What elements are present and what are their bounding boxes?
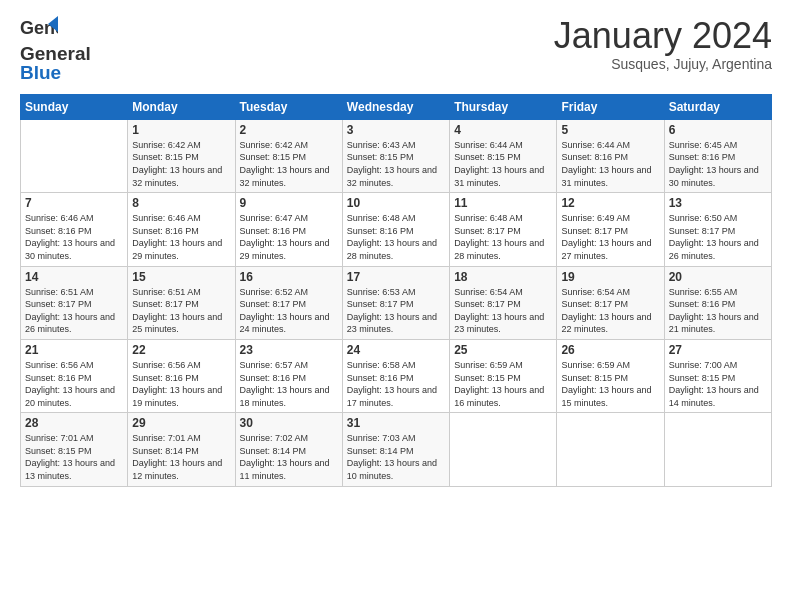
day-number: 21 [25, 343, 123, 357]
day-number: 9 [240, 196, 338, 210]
day-info: Sunrise: 6:42 AMSunset: 8:15 PMDaylight:… [240, 139, 338, 189]
day-info: Sunrise: 6:46 AMSunset: 8:16 PMDaylight:… [25, 212, 123, 262]
day-cell: 20Sunrise: 6:55 AMSunset: 8:16 PMDayligh… [664, 266, 771, 339]
day-info: Sunrise: 6:46 AMSunset: 8:16 PMDaylight:… [132, 212, 230, 262]
day-cell: 2Sunrise: 6:42 AMSunset: 8:15 PMDaylight… [235, 119, 342, 192]
day-info: Sunrise: 7:01 AMSunset: 8:15 PMDaylight:… [25, 432, 123, 482]
title-block: January 2024 Susques, Jujuy, Argentina [554, 16, 772, 72]
day-info: Sunrise: 7:02 AMSunset: 8:14 PMDaylight:… [240, 432, 338, 482]
day-number: 22 [132, 343, 230, 357]
day-info: Sunrise: 6:51 AMSunset: 8:17 PMDaylight:… [25, 286, 123, 336]
weekday-header-wednesday: Wednesday [342, 94, 449, 119]
day-info: Sunrise: 6:56 AMSunset: 8:16 PMDaylight:… [25, 359, 123, 409]
day-info: Sunrise: 6:54 AMSunset: 8:17 PMDaylight:… [561, 286, 659, 336]
day-cell: 28Sunrise: 7:01 AMSunset: 8:15 PMDayligh… [21, 413, 128, 486]
day-cell: 27Sunrise: 7:00 AMSunset: 8:15 PMDayligh… [664, 339, 771, 412]
day-info: Sunrise: 6:58 AMSunset: 8:16 PMDaylight:… [347, 359, 445, 409]
day-number: 11 [454, 196, 552, 210]
day-info: Sunrise: 7:01 AMSunset: 8:14 PMDaylight:… [132, 432, 230, 482]
weekday-header-thursday: Thursday [450, 94, 557, 119]
day-cell: 14Sunrise: 6:51 AMSunset: 8:17 PMDayligh… [21, 266, 128, 339]
day-number: 5 [561, 123, 659, 137]
day-info: Sunrise: 6:59 AMSunset: 8:15 PMDaylight:… [454, 359, 552, 409]
day-cell [21, 119, 128, 192]
day-cell: 7Sunrise: 6:46 AMSunset: 8:16 PMDaylight… [21, 193, 128, 266]
logo: General General Blue [20, 16, 91, 84]
day-info: Sunrise: 6:51 AMSunset: 8:17 PMDaylight:… [132, 286, 230, 336]
day-number: 12 [561, 196, 659, 210]
day-cell: 26Sunrise: 6:59 AMSunset: 8:15 PMDayligh… [557, 339, 664, 412]
day-cell: 11Sunrise: 6:48 AMSunset: 8:17 PMDayligh… [450, 193, 557, 266]
day-cell: 12Sunrise: 6:49 AMSunset: 8:17 PMDayligh… [557, 193, 664, 266]
day-info: Sunrise: 6:54 AMSunset: 8:17 PMDaylight:… [454, 286, 552, 336]
day-number: 14 [25, 270, 123, 284]
day-number: 17 [347, 270, 445, 284]
day-info: Sunrise: 7:03 AMSunset: 8:14 PMDaylight:… [347, 432, 445, 482]
weekday-header-monday: Monday [128, 94, 235, 119]
day-cell: 30Sunrise: 7:02 AMSunset: 8:14 PMDayligh… [235, 413, 342, 486]
day-cell: 19Sunrise: 6:54 AMSunset: 8:17 PMDayligh… [557, 266, 664, 339]
weekday-header-friday: Friday [557, 94, 664, 119]
day-info: Sunrise: 6:49 AMSunset: 8:17 PMDaylight:… [561, 212, 659, 262]
day-number: 24 [347, 343, 445, 357]
day-cell: 22Sunrise: 6:56 AMSunset: 8:16 PMDayligh… [128, 339, 235, 412]
week-row-4: 28Sunrise: 7:01 AMSunset: 8:15 PMDayligh… [21, 413, 772, 486]
day-cell: 3Sunrise: 6:43 AMSunset: 8:15 PMDaylight… [342, 119, 449, 192]
day-cell: 13Sunrise: 6:50 AMSunset: 8:17 PMDayligh… [664, 193, 771, 266]
day-cell: 16Sunrise: 6:52 AMSunset: 8:17 PMDayligh… [235, 266, 342, 339]
day-number: 16 [240, 270, 338, 284]
weekday-header-saturday: Saturday [664, 94, 771, 119]
day-info: Sunrise: 6:48 AMSunset: 8:16 PMDaylight:… [347, 212, 445, 262]
day-cell: 4Sunrise: 6:44 AMSunset: 8:15 PMDaylight… [450, 119, 557, 192]
week-row-1: 7Sunrise: 6:46 AMSunset: 8:16 PMDaylight… [21, 193, 772, 266]
week-row-2: 14Sunrise: 6:51 AMSunset: 8:17 PMDayligh… [21, 266, 772, 339]
day-number: 20 [669, 270, 767, 284]
day-info: Sunrise: 6:56 AMSunset: 8:16 PMDaylight:… [132, 359, 230, 409]
month-title: January 2024 [554, 16, 772, 56]
day-info: Sunrise: 6:45 AMSunset: 8:16 PMDaylight:… [669, 139, 767, 189]
day-info: Sunrise: 6:53 AMSunset: 8:17 PMDaylight:… [347, 286, 445, 336]
day-cell: 1Sunrise: 6:42 AMSunset: 8:15 PMDaylight… [128, 119, 235, 192]
day-info: Sunrise: 6:48 AMSunset: 8:17 PMDaylight:… [454, 212, 552, 262]
subtitle: Susques, Jujuy, Argentina [554, 56, 772, 72]
day-cell [450, 413, 557, 486]
day-number: 6 [669, 123, 767, 137]
day-cell: 18Sunrise: 6:54 AMSunset: 8:17 PMDayligh… [450, 266, 557, 339]
day-info: Sunrise: 6:59 AMSunset: 8:15 PMDaylight:… [561, 359, 659, 409]
day-number: 1 [132, 123, 230, 137]
day-cell: 21Sunrise: 6:56 AMSunset: 8:16 PMDayligh… [21, 339, 128, 412]
day-info: Sunrise: 6:44 AMSunset: 8:16 PMDaylight:… [561, 139, 659, 189]
day-info: Sunrise: 6:52 AMSunset: 8:17 PMDaylight:… [240, 286, 338, 336]
day-number: 13 [669, 196, 767, 210]
day-cell: 31Sunrise: 7:03 AMSunset: 8:14 PMDayligh… [342, 413, 449, 486]
page: General General Blue January 2024 Susque… [0, 0, 792, 612]
day-info: Sunrise: 6:50 AMSunset: 8:17 PMDaylight:… [669, 212, 767, 262]
day-cell: 5Sunrise: 6:44 AMSunset: 8:16 PMDaylight… [557, 119, 664, 192]
day-number: 27 [669, 343, 767, 357]
day-info: Sunrise: 6:55 AMSunset: 8:16 PMDaylight:… [669, 286, 767, 336]
day-cell: 29Sunrise: 7:01 AMSunset: 8:14 PMDayligh… [128, 413, 235, 486]
weekday-header-sunday: Sunday [21, 94, 128, 119]
day-cell: 15Sunrise: 6:51 AMSunset: 8:17 PMDayligh… [128, 266, 235, 339]
day-cell: 10Sunrise: 6:48 AMSunset: 8:16 PMDayligh… [342, 193, 449, 266]
day-cell: 24Sunrise: 6:58 AMSunset: 8:16 PMDayligh… [342, 339, 449, 412]
day-cell: 23Sunrise: 6:57 AMSunset: 8:16 PMDayligh… [235, 339, 342, 412]
day-cell [664, 413, 771, 486]
day-cell: 8Sunrise: 6:46 AMSunset: 8:16 PMDaylight… [128, 193, 235, 266]
day-cell: 17Sunrise: 6:53 AMSunset: 8:17 PMDayligh… [342, 266, 449, 339]
day-cell [557, 413, 664, 486]
day-number: 15 [132, 270, 230, 284]
day-number: 7 [25, 196, 123, 210]
day-cell: 9Sunrise: 6:47 AMSunset: 8:16 PMDaylight… [235, 193, 342, 266]
header: General General Blue January 2024 Susque… [20, 16, 772, 84]
weekday-header-tuesday: Tuesday [235, 94, 342, 119]
day-number: 26 [561, 343, 659, 357]
day-number: 10 [347, 196, 445, 210]
day-info: Sunrise: 6:44 AMSunset: 8:15 PMDaylight:… [454, 139, 552, 189]
week-row-0: 1Sunrise: 6:42 AMSunset: 8:15 PMDaylight… [21, 119, 772, 192]
day-number: 23 [240, 343, 338, 357]
day-info: Sunrise: 6:43 AMSunset: 8:15 PMDaylight:… [347, 139, 445, 189]
day-cell: 6Sunrise: 6:45 AMSunset: 8:16 PMDaylight… [664, 119, 771, 192]
day-number: 29 [132, 416, 230, 430]
day-info: Sunrise: 6:47 AMSunset: 8:16 PMDaylight:… [240, 212, 338, 262]
